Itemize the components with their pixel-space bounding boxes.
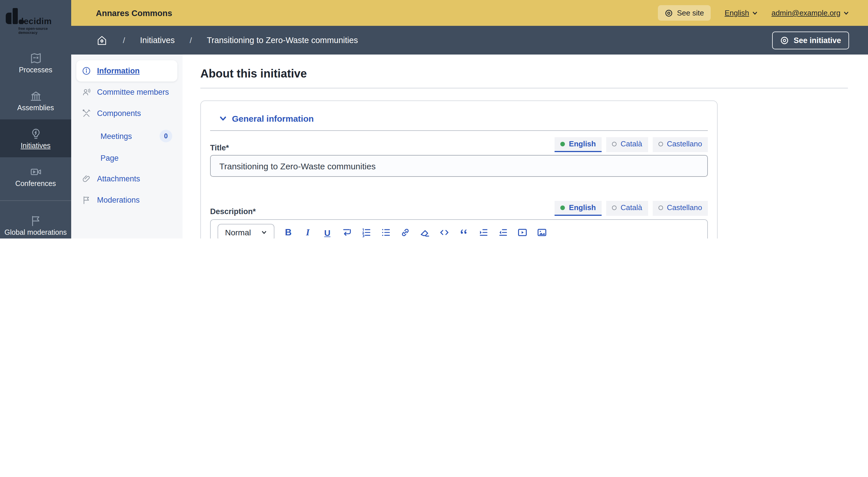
subnav-item-information[interactable]: Information <box>76 60 177 82</box>
italic-button[interactable]: I <box>302 227 313 238</box>
sidebar-item-processes[interactable]: Processes <box>0 44 71 82</box>
section-divider <box>210 130 708 131</box>
account-menu[interactable]: admin@example.org <box>772 9 849 17</box>
lightbulb-flash-icon <box>29 127 42 140</box>
sidebar-item-label: Assemblies <box>16 104 55 112</box>
sidebar-item-initiatives[interactable]: Initiatives <box>0 119 71 157</box>
image-button[interactable] <box>536 227 548 238</box>
subnav-item-meetings[interactable]: Meetings 0 <box>76 124 177 148</box>
breadcrumb-initiatives-link[interactable]: Initiatives <box>140 36 175 45</box>
format-select[interactable]: Normal <box>218 224 274 238</box>
video-embed-button[interactable] <box>517 227 528 238</box>
line-break-button[interactable] <box>341 227 352 238</box>
language-tab-label: Català <box>621 139 642 148</box>
format-select-value: Normal <box>225 228 251 237</box>
subnav-item-committee-members[interactable]: Committee members <box>76 82 177 103</box>
subnav-item-moderations[interactable]: Moderations <box>76 189 177 211</box>
ordered-list-button[interactable] <box>361 227 372 238</box>
language-tab-catala[interactable]: Català <box>606 137 648 152</box>
flag-icon <box>29 214 42 227</box>
sidebar-nav: Processes Assemblies Initiatives Confere… <box>0 44 71 238</box>
indent-decrease-icon <box>498 227 508 237</box>
language-tab-english[interactable]: English <box>555 201 601 216</box>
paperclip-icon <box>82 174 91 184</box>
untranslated-dot-icon <box>658 205 663 210</box>
general-information-card: General information Title* English Catal… <box>200 100 718 238</box>
section-title: General information <box>232 114 314 123</box>
unordered-list-button[interactable] <box>380 227 392 238</box>
bold-button[interactable]: B <box>282 227 294 238</box>
unordered-list-icon <box>381 227 391 237</box>
video-camera-icon <box>29 165 42 178</box>
code-button[interactable] <box>439 227 450 238</box>
eraser-icon <box>420 227 430 237</box>
home-icon[interactable] <box>96 34 108 46</box>
meetings-count-badge: 0 <box>160 130 172 142</box>
link-button[interactable] <box>400 227 411 238</box>
language-label: English <box>724 9 749 17</box>
subnav-item-label: Components <box>97 109 141 118</box>
clear-format-button[interactable] <box>419 227 431 238</box>
sidebar-item-conferences[interactable]: Conferences <box>0 157 71 195</box>
blockquote-button[interactable] <box>458 227 470 238</box>
rich-text-editor: Normal B I U <box>210 219 708 238</box>
untranslated-dot-icon <box>612 141 617 146</box>
sidebar-item-assemblies[interactable]: Assemblies <box>0 82 71 119</box>
language-tab-castellano[interactable]: Castellano <box>652 201 708 216</box>
chevron-down-icon <box>261 230 267 235</box>
language-tab-label: English <box>569 203 596 212</box>
indent-increase-icon <box>478 227 489 237</box>
title-field-row: Title* English Català Castellano <box>210 137 708 152</box>
underline-button[interactable]: U <box>321 227 333 238</box>
chevron-down-icon <box>752 10 758 16</box>
language-tab-label: Castellano <box>667 139 702 148</box>
breadcrumb-separator: / <box>190 36 192 45</box>
language-tab-catala[interactable]: Català <box>606 201 648 216</box>
see-initiative-button[interactable]: See initiative <box>772 31 849 49</box>
flag-icon <box>82 195 91 205</box>
see-site-label: See site <box>677 9 704 17</box>
link-icon <box>400 227 410 237</box>
subnav-item-page[interactable]: Page <box>76 148 177 168</box>
breadcrumb-current[interactable]: Transitioning to Zero-Waste communities <box>207 36 358 45</box>
language-tab-english[interactable]: English <box>555 137 601 152</box>
line-break-icon <box>342 227 352 237</box>
description-field-row: Description* English Català Castellano <box>210 201 708 216</box>
indent-decrease-button[interactable] <box>497 227 508 238</box>
language-tab-castellano[interactable]: Castellano <box>652 137 708 152</box>
sidebar-item-label: Global moderations <box>3 229 68 236</box>
bank-icon <box>29 89 42 102</box>
subnav-item-label: Information <box>97 67 140 75</box>
user-voice-icon <box>82 87 91 97</box>
subnav-item-label: Meetings <box>100 132 132 140</box>
subnav-item-components[interactable]: Components <box>76 103 177 124</box>
subnav-item-label: Attachments <box>97 174 140 183</box>
brand-name: decidim <box>19 16 68 26</box>
indent-increase-button[interactable] <box>477 227 489 238</box>
editor-toolbar: Normal B I U <box>211 220 707 238</box>
logo-shape <box>6 12 11 24</box>
general-information-toggle[interactable]: General information <box>210 114 708 123</box>
description-field-label: Description* <box>210 207 256 216</box>
ordered-list-icon <box>361 227 371 237</box>
main-content: About this initiative General informatio… <box>183 55 868 238</box>
subnav-item-attachments[interactable]: Attachments <box>76 168 177 189</box>
quote-icon <box>459 227 469 237</box>
translated-dot-icon <box>560 205 565 210</box>
title-field-label: Title* <box>210 144 229 152</box>
subnav-item-label: Committee members <box>97 88 169 96</box>
main-sidebar: decidim free open-source democracy Proce… <box>0 0 71 238</box>
eye-icon <box>665 9 673 17</box>
breadcrumb-bar: / Initiatives / Transitioning to Zero-Wa… <box>71 26 868 55</box>
see-site-button[interactable]: See site <box>658 5 711 21</box>
eye-icon <box>780 36 789 44</box>
language-tab-label: English <box>569 139 596 148</box>
translated-dot-icon <box>560 141 565 146</box>
sidebar-item-global-moderations[interactable]: Global moderations <box>0 206 71 238</box>
subnav-item-label: Moderations <box>97 196 140 204</box>
subnav-item-label: Page <box>100 154 119 162</box>
title-input[interactable] <box>210 155 708 177</box>
sidebar-item-label: Conferences <box>14 180 57 187</box>
language-menu[interactable]: English <box>724 9 757 17</box>
decidim-logo[interactable]: decidim free open-source democracy <box>5 7 68 34</box>
